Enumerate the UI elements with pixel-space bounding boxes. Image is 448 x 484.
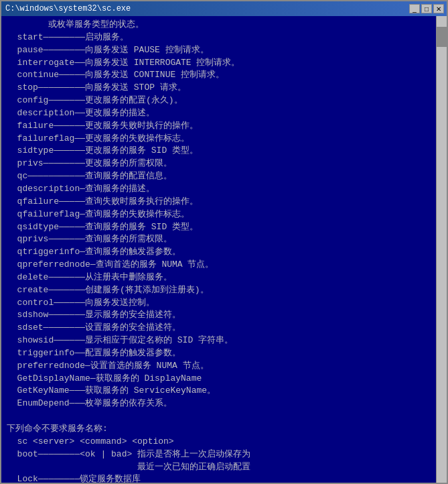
window-title: C:\windows\system32\sc.exe (5, 4, 131, 13)
close-button[interactable]: ✕ (433, 4, 444, 13)
title-bar: C:\windows\system32\sc.exe _ □ ✕ (1, 1, 447, 16)
scrollbar-thumb[interactable] (437, 27, 447, 47)
terminal-output: 或枚举服务类型的状态。 start————————启动服务。 pause————… (7, 19, 441, 483)
title-bar-buttons: _ □ ✕ (409, 4, 444, 13)
minimize-button[interactable]: _ (409, 4, 420, 13)
window: C:\windows\system32\sc.exe _ □ ✕ 或枚举服务类型… (0, 0, 448, 484)
terminal-content: 或枚举服务类型的状态。 start————————启动服务。 pause————… (1, 16, 447, 483)
scrollbar[interactable] (436, 16, 447, 483)
maximize-button[interactable]: □ (421, 4, 432, 13)
